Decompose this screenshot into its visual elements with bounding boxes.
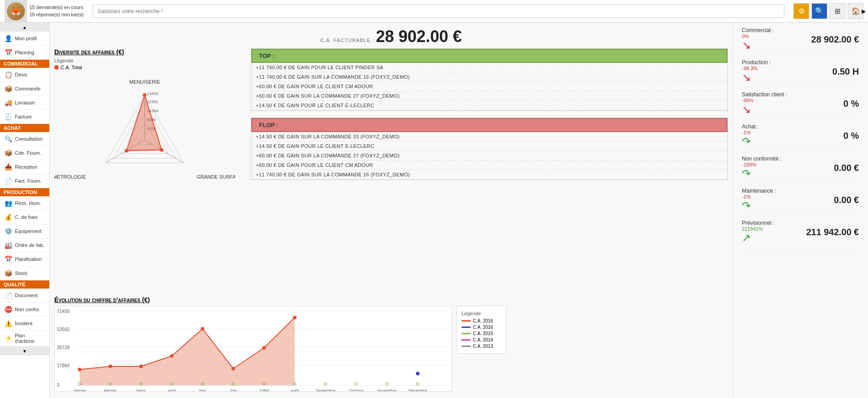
kpi-value-previsionnel: 211 942.00 €: [806, 227, 859, 237]
kpi-arrow-commercial: ↘: [742, 39, 807, 52]
kpi-name-production: Production :: [742, 59, 809, 66]
livraison-icon: 🚚: [4, 98, 13, 107]
svg-text:Mars: Mars: [137, 389, 146, 392]
c-frais-icon: 💰: [4, 213, 13, 222]
sidebar-item-stock[interactable]: 📦 Stock: [0, 266, 49, 280]
radar-axis-metrologie: MÉTROLOGIE: [54, 174, 86, 180]
top-item-1: +11 740.00 € DE GAIN POUR LE CLIENT PIND…: [251, 63, 727, 72]
svg-point-41: [108, 365, 112, 368]
plan-actions-icon: ⚡: [4, 334, 13, 343]
svg-text:Septembre: Septembre: [316, 389, 335, 392]
radar-section: Diversité des affaires (€) Légende C.A. …: [54, 48, 244, 294]
flop-item-4: +60.00 € DE GAIN POUR LE CLIENT CM ADOUR: [251, 161, 727, 170]
sidebar-item-c-frais[interactable]: 💰 C. de frais: [0, 210, 49, 224]
sidebar-item-commande[interactable]: 📦 Commande: [0, 82, 49, 96]
kpi-arrow-production: ↘: [742, 71, 809, 84]
svg-point-60: [416, 383, 419, 385]
sidebar-item-consultation[interactable]: 🔍 Consultation: [0, 132, 49, 146]
flop-item-2: +14.50 € DE GAIN POUR LE CLIENT E-LECLER…: [251, 142, 727, 151]
svg-point-40: [78, 368, 81, 371]
kpi-card-previsionnel: Prévisionnel : 211941% ↗ 211 942.00 €: [742, 220, 859, 248]
sidebar-label-consultation: Consultation: [15, 136, 42, 142]
flop-header: FLOP :: [251, 118, 727, 132]
sidebar-label-ress-hum: Ress. Hum.: [15, 200, 41, 206]
sidebar-item-ress-hum[interactable]: 👥 Ress. Hum.: [0, 196, 49, 210]
radar-legend: Légende C.A. Total: [54, 58, 244, 70]
svg-point-48: [416, 372, 420, 375]
kpi-name-maintenance: Maintenance :: [742, 188, 809, 194]
kpi-percent-maintenance: -1%: [742, 194, 809, 199]
legend-dot: [54, 65, 59, 70]
svg-point-42: [139, 365, 143, 368]
legend-line-1: [462, 320, 471, 322]
sidebar-label-commande: Commande: [15, 86, 41, 91]
scroll-down-button[interactable]: ▼: [0, 346, 49, 355]
svg-text:53592: 53592: [57, 327, 70, 332]
sidebar-label-stock: Stock: [15, 270, 28, 276]
legend-item-1: C.A. 2016: [462, 318, 501, 323]
top-item-2: +11 740.00 € DE GAIN SUR LA COMMANDE 16 …: [251, 72, 727, 82]
kpi-name-satisfaction: Satisfaction client :: [742, 91, 809, 98]
svg-text:Octobre: Octobre: [349, 389, 363, 392]
line-chart-legend: Légende C.A. 2016 C.A. 2016 C.A. 2015: [457, 306, 506, 354]
gear-button[interactable]: ⚙: [793, 3, 809, 19]
search-bar[interactable]: [93, 5, 784, 18]
section-production: Production: [0, 188, 49, 196]
svg-text:Février: Février: [104, 389, 117, 392]
kpi-arrow-previsionnel: ↗: [742, 232, 802, 244]
svg-marker-39: [80, 317, 295, 385]
kpi-value-nonconformite: 0.00 €: [814, 163, 859, 173]
kpi-arrow-satisfaction: ↘: [742, 103, 809, 116]
grid-button[interactable]: ⊞: [830, 3, 845, 19]
kpi-name-nonconformite: Non conformité :: [742, 156, 809, 162]
top-header: TOP :: [251, 49, 727, 63]
charts-row: Diversité des affaires (€) Légende C.A. …: [50, 48, 732, 294]
sidebar-item-devis[interactable]: 📋 Devis: [0, 68, 49, 82]
svg-text:Janvier: Janvier: [73, 389, 86, 392]
sidebar-label-facture: Facture: [15, 114, 32, 119]
kpi-percent-commercial: 0%: [742, 33, 807, 39]
section-commercial: Commercial: [0, 60, 49, 68]
search-input[interactable]: [93, 5, 784, 18]
radar-chart: MENUISERIE GRANDE SURFACE MÉTROLOGIE: [54, 72, 235, 199]
svg-point-46: [262, 346, 266, 350]
legend-label: C.A. Total: [61, 65, 82, 70]
flop-item-1: +14.50 € DE GAIN SUR LA COMMANDE 33 (FOX…: [251, 132, 727, 142]
kpi-percent-nonconformite: -100%: [742, 162, 809, 167]
sidebar-item-document[interactable]: 📄 Document: [0, 289, 49, 303]
flop-item-5: +11 740.00 € DE GAIN SUR LA COMMANDE 16 …: [251, 170, 727, 180]
sidebar-item-incident[interactable]: ⚠️ Incident: [0, 317, 49, 331]
legend-item-3: C.A. 2015: [462, 331, 501, 336]
sidebar-item-cde-fourn[interactable]: 📦 Cde. Fourn.: [0, 146, 49, 160]
sidebar-label-incident: Incident: [15, 321, 33, 326]
sidebar-item-livraison[interactable]: 🚚 Livraison: [0, 96, 49, 110]
top-box: TOP : +11 740.00 € DE GAIN POUR LE CLIEN…: [251, 48, 728, 111]
sidebar-label-livraison: Livraison: [15, 100, 35, 105]
svg-point-57: [324, 383, 327, 385]
radar-axis-grandesurface: GRANDE SURFACE: [197, 174, 235, 180]
kpi-card-satisfaction-info: Satisfaction client : -99% ↘: [742, 91, 809, 116]
notification-line1: 15 demande(s) en cours: [29, 4, 84, 11]
scroll-up-button[interactable]: ▲: [0, 23, 49, 32]
sidebar-item-non-confor[interactable]: ⛔ Non confor.: [0, 303, 49, 317]
logo-icon: 🦊: [7, 2, 25, 20]
search-button[interactable]: 🔍: [811, 3, 827, 19]
kpi-card-nonconformite-info: Non conformité : -100% ↷: [742, 156, 809, 180]
sidebar-item-reception[interactable]: 📥 Réception: [0, 160, 49, 174]
sidebar-item-facture[interactable]: 🧾 Facture: [0, 110, 49, 124]
sidebar-item-ordre-fab[interactable]: 🏭 Ordre de fab.: [0, 238, 49, 252]
sidebar-item-fact-fourn[interactable]: 📄 Fact. Fourn.: [0, 174, 49, 188]
kpi-value-commercial: 28 902.00 €: [811, 34, 859, 45]
svg-point-14: [143, 93, 146, 97]
svg-text:Mai: Mai: [199, 389, 206, 392]
sidebar-item-equipement[interactable]: ⚙️ Equipement: [0, 224, 49, 238]
kpi-card-satisfaction: Satisfaction client : -99% ↘ 0 %: [742, 91, 859, 120]
sidebar-item-planning[interactable]: 📅 Planning: [0, 46, 49, 60]
svg-text:Août: Août: [291, 389, 299, 392]
reception-icon: 📥: [4, 162, 13, 171]
sidebar-item-monprofil[interactable]: 👤 Mon profil: [0, 32, 49, 46]
sidebar-item-planification[interactable]: 📅 Planification: [0, 252, 49, 266]
svg-point-58: [355, 383, 358, 385]
sidebar-right-toggle[interactable]: ▶: [859, 0, 868, 22]
sidebar-item-plan-actions[interactable]: ⚡ Plan d'actions: [0, 331, 49, 346]
